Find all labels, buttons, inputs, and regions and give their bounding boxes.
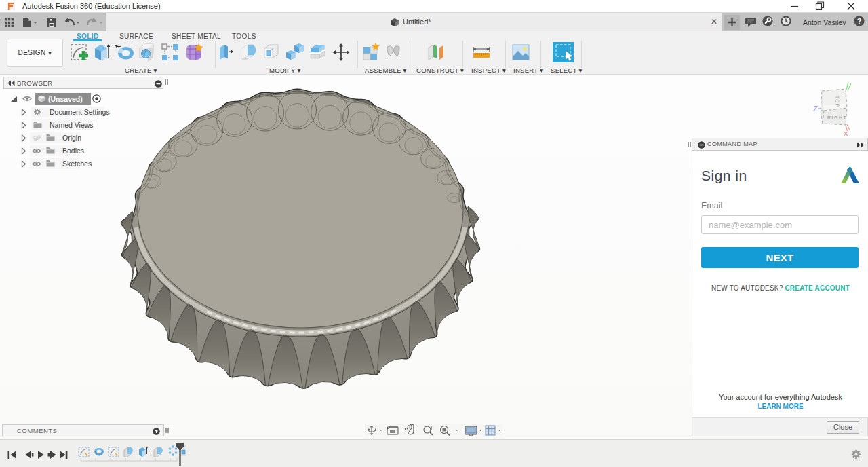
svg-text:TOP: TOP	[835, 96, 840, 107]
svg-text:?: ?	[857, 17, 862, 25]
svg-text:RIGHT: RIGHT	[827, 115, 847, 120]
svg-text:X: X	[844, 130, 848, 137]
svg-text:Z: Z	[813, 105, 818, 113]
